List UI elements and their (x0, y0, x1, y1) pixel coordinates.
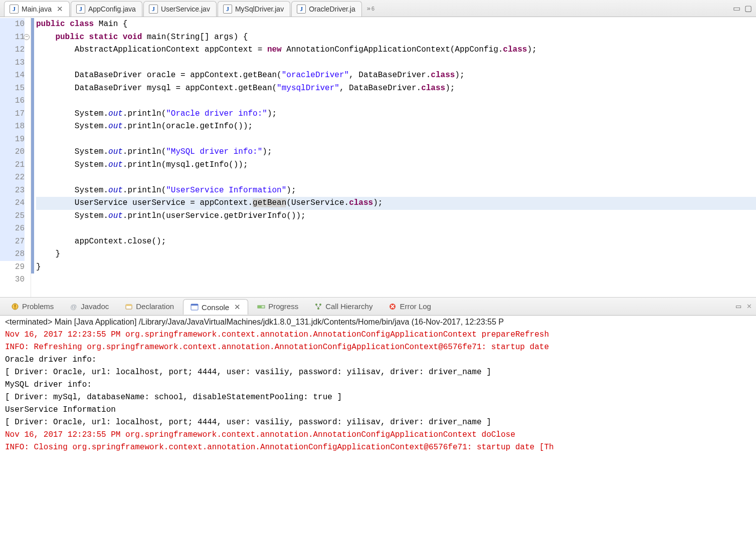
code-line[interactable] (36, 95, 756, 108)
code-line[interactable]: DataBaseDriver oracle = appContext.getBe… (36, 69, 756, 82)
code-token: System. (36, 186, 108, 195)
change-marker (31, 18, 34, 273)
view-tab-label: Progress (268, 302, 298, 311)
code-token: AbstractApplicationContext appContext = (36, 45, 267, 54)
line-number[interactable]: 23 (0, 184, 25, 197)
pin-icon[interactable]: ▭ (735, 303, 741, 310)
chevron-right-icon: » (367, 5, 370, 12)
console-output[interactable]: Nov 16, 2017 12:23:55 PM org.springframe… (0, 328, 756, 555)
code-token: ); (373, 198, 383, 207)
java-file-icon: J (10, 5, 19, 14)
line-number[interactable]: 25 (0, 210, 25, 223)
console-line: [ Driver: Oracle, url: localhost, port; … (5, 416, 751, 429)
editor-tab[interactable]: JAppConfig.java (71, 1, 142, 17)
line-number[interactable]: 18 (0, 120, 25, 133)
code-line[interactable] (36, 133, 756, 146)
view-tab-error-log[interactable]: Error Log (382, 299, 438, 314)
svg-text:@: @ (70, 303, 77, 311)
line-number[interactable]: 26 (0, 222, 25, 235)
code-line[interactable] (36, 273, 756, 287)
code-content[interactable]: public class Main { public static void m… (31, 17, 756, 297)
code-token: class (421, 84, 445, 93)
editor-tab[interactable]: JOracleDriver.ja (291, 1, 362, 17)
line-number[interactable]: 20 (0, 146, 25, 159)
console-line: UserService Information (5, 404, 751, 416)
close-icon[interactable]: ✕ (57, 5, 63, 14)
code-token: "mysqlDriver" (277, 84, 339, 93)
console-line: MySQL driver info: (5, 379, 751, 391)
code-token: .println(oracle.getInfo()); (123, 122, 253, 131)
code-token: getBean (253, 198, 286, 207)
code-line[interactable]: System.out.println(mysql.getInfo()); (36, 159, 756, 172)
console-line: Nov 16, 2017 12:23:55 PM org.springframe… (5, 329, 751, 341)
line-number[interactable]: 24 (0, 197, 25, 210)
fold-toggle-icon[interactable]: − (24, 34, 30, 40)
code-token: System. (36, 211, 108, 220)
view-tab-console[interactable]: Console✕ (183, 299, 248, 315)
code-token: public static void (55, 33, 142, 42)
code-token: .println( (123, 147, 166, 156)
line-number[interactable]: 13 (0, 57, 25, 70)
line-number[interactable]: 30 (0, 273, 25, 287)
code-line[interactable]: appContext.close(); (36, 235, 756, 248)
close-icon[interactable]: ✕ (234, 303, 241, 312)
code-token: ); (286, 186, 296, 195)
code-line[interactable]: } (36, 261, 756, 274)
code-editor[interactable]: 1011−12131415161718192021222324252627282… (0, 17, 756, 298)
view-tab-declaration[interactable]: Declaration (118, 299, 181, 314)
code-line[interactable]: UserService userService = appContext.get… (36, 197, 756, 210)
code-line[interactable]: public static void main(String[] args) { (36, 31, 756, 44)
editor-tab[interactable]: JMySqlDriver.jav (218, 1, 290, 17)
close-icon[interactable]: ✕ (746, 303, 752, 310)
line-number[interactable]: 29 (0, 261, 25, 274)
view-tab-call-hierarchy[interactable]: Call Hierarchy (307, 299, 380, 314)
line-number[interactable]: 27 (0, 235, 25, 248)
code-line[interactable]: System.out.println("MySQL driver info:")… (36, 146, 756, 159)
line-number[interactable]: 11− (0, 31, 25, 44)
minimize-icon[interactable]: ▭ (733, 4, 740, 13)
line-number-gutter[interactable]: 1011−12131415161718192021222324252627282… (0, 17, 31, 297)
line-number[interactable]: 21 (0, 159, 25, 172)
view-tab-progress[interactable]: Progress (250, 299, 305, 314)
line-number[interactable]: 17 (0, 108, 25, 121)
code-token: out (108, 109, 123, 118)
progress-icon (257, 303, 265, 311)
code-line[interactable]: System.out.println("UserService Informat… (36, 184, 756, 197)
editor-tab[interactable]: JUserService.jav (143, 1, 217, 17)
code-token: , DataBaseDriver. (339, 84, 421, 93)
code-token: ); (445, 84, 455, 93)
editor-tab[interactable]: JMain.java✕ (4, 1, 70, 17)
code-token: public class (36, 20, 94, 29)
line-number[interactable]: 28 (0, 248, 25, 261)
line-number[interactable]: 15 (0, 82, 25, 95)
line-number[interactable]: 19 (0, 133, 25, 146)
code-line[interactable] (36, 57, 756, 70)
svg-point-12 (317, 308, 319, 310)
view-tab-label: Error Log (400, 302, 431, 311)
console-line: INFO: Refreshing org.springframework.con… (5, 341, 751, 354)
code-line[interactable]: DataBaseDriver mysql = appContext.getBea… (36, 82, 756, 95)
code-line[interactable]: System.out.println(userService.getDriver… (36, 210, 756, 223)
line-number[interactable]: 16 (0, 95, 25, 108)
code-token: class (349, 198, 373, 207)
line-number[interactable]: 22 (0, 171, 25, 184)
code-token: ); (455, 71, 464, 80)
code-line[interactable]: System.out.println(oracle.getInfo()); (36, 120, 756, 133)
tabs-overflow-button[interactable]: »6 (367, 5, 374, 12)
code-line[interactable]: System.out.println("Oracle driver info:"… (36, 108, 756, 121)
code-line[interactable] (36, 171, 756, 184)
code-line[interactable]: AbstractApplicationContext appContext = … (36, 44, 756, 57)
view-tab-javadoc[interactable]: @Javadoc (63, 299, 116, 314)
view-tab-problems[interactable]: Problems (4, 299, 61, 314)
code-line[interactable]: } (36, 248, 756, 261)
line-number[interactable]: 14 (0, 69, 25, 82)
code-token: } (36, 249, 60, 258)
code-token: .println( (123, 186, 166, 195)
line-number[interactable]: 12 (0, 44, 25, 57)
code-line[interactable]: public class Main { (36, 18, 756, 31)
console-process-header: <terminated> Main [Java Application] /Li… (0, 316, 756, 328)
line-number[interactable]: 10 (0, 18, 25, 31)
problems-icon (11, 303, 19, 311)
code-line[interactable] (36, 222, 756, 235)
maximize-icon[interactable]: ▢ (744, 4, 752, 13)
